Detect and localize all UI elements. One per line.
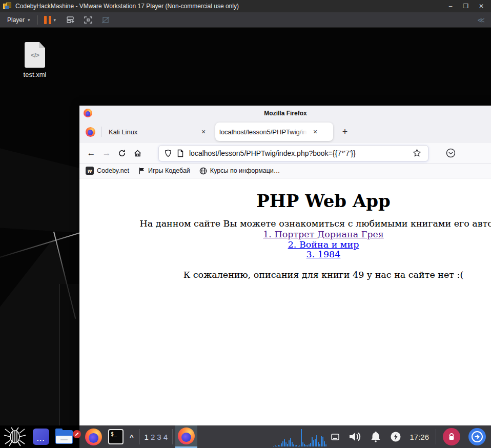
xml-file-icon: </> (25, 42, 45, 68)
text-editor-button[interactable] (76, 425, 82, 448)
firefox-icon (86, 127, 95, 137)
kali-menu-button[interactable] (0, 425, 30, 448)
codeby-favicon: w (86, 167, 94, 175)
vmware-window-title: CodebyHackMashine - VMware Workstation 1… (15, 3, 239, 10)
workspace-3[interactable]: 3 (157, 433, 161, 441)
new-tab-button[interactable]: + (337, 124, 353, 139)
firefox-window-title: Mozilla Firefox (264, 110, 306, 117)
navigation-toolbar: ← → localhost/lesson5/PHPTwig/index.php?… (79, 143, 491, 164)
fullscreen-button[interactable] (83, 15, 94, 25)
firefox-launcher-button[interactable] (82, 425, 105, 448)
firefox-icon (85, 429, 102, 445)
globe-icon (199, 167, 207, 175)
firefox-task-button-active[interactable] (175, 425, 197, 448)
taskbar-divider (436, 429, 436, 444)
vmware-window-controls: – ❒ ✕ (444, 2, 488, 11)
firefox-view-button[interactable] (83, 124, 98, 139)
bookmark-codeby[interactable]: w Codeby.net (86, 167, 129, 175)
workspace-4[interactable]: 4 (163, 433, 168, 441)
pocket-save-icon[interactable] (443, 146, 458, 161)
page-title: PHP Web App (79, 191, 491, 211)
shield-icon[interactable] (164, 149, 172, 157)
volume-icon[interactable] (344, 425, 365, 448)
firefox-icon (84, 109, 92, 117)
intro-text: На данном сайте Вы можете ознакомиться с… (79, 218, 491, 229)
page-info-icon[interactable] (177, 149, 184, 157)
screen-lock-button[interactable] (439, 425, 464, 448)
notification-bell-icon[interactable] (365, 425, 386, 448)
player-menu-button[interactable]: Player ▾ (4, 15, 33, 25)
workspace-1[interactable]: 1 (145, 433, 149, 441)
minimize-button[interactable]: – (444, 2, 457, 11)
bookmark-label: Курсы по информаци… (210, 167, 280, 174)
bookmarks-toolbar: w Codeby.net Игры Кодебай Курсы по инфор… (79, 164, 491, 178)
tab-kali-linux[interactable]: Kali Linux × (105, 123, 213, 141)
back-button[interactable]: ← (84, 146, 99, 161)
page-content: PHP Web App На данном сайте Вы можете оз… (79, 178, 491, 448)
tab-close-button[interactable]: × (198, 126, 209, 137)
caret-down-icon: ▾ (28, 17, 30, 23)
desktop-icon-test-xml[interactable]: </> test.xml (17, 42, 52, 78)
bookmark-label: Игры Кодебай (148, 167, 190, 174)
suspend-vm-button[interactable]: ▾ (42, 16, 58, 24)
taskbar-divider (139, 429, 140, 444)
kali-dragon-icon (3, 427, 27, 446)
taskbar-left: ··· $_ ^ 1 2 3 4 (0, 425, 197, 448)
bookmark-label: Codeby.net (97, 167, 129, 174)
workspace-switcher[interactable]: 1 2 3 4 (142, 433, 170, 441)
app-grid-icon: ··· (33, 429, 49, 445)
vmware-titlebar: CodebyHackMashine - VMware Workstation 1… (0, 0, 491, 12)
forward-button: → (99, 146, 114, 161)
power-manager-icon[interactable] (386, 425, 405, 448)
taskbar: ··· $_ ^ 1 2 3 4 (0, 425, 491, 448)
player-menu-label: Player (7, 16, 25, 24)
unity-mode-button-disabled (100, 15, 111, 25)
network-graph[interactable] (273, 427, 326, 446)
bookmark-games[interactable]: Игры Кодебай (138, 167, 190, 175)
tab-divider (101, 127, 101, 137)
lock-icon (443, 428, 460, 445)
book-links: 1. Портрет Дориана Грея 2. Война и мир 3… (79, 230, 491, 260)
toolbar-divider (37, 15, 38, 25)
reload-button[interactable] (114, 146, 130, 161)
taskbar-tray: 17:26 (273, 425, 491, 448)
collapse-toolbar-button[interactable]: ≪ (477, 16, 487, 24)
terminal-icon: $_ (108, 429, 124, 444)
desktop-icon-label: test.xml (24, 71, 47, 78)
url-bar[interactable]: localhost/lesson5/PHPTwig/index.php?book… (158, 145, 428, 161)
chevron-up-icon[interactable]: ^ (127, 433, 137, 441)
folder-icon (55, 430, 73, 444)
url-input[interactable]: localhost/lesson5/PHPTwig/index.php?book… (189, 149, 411, 157)
terminal-button[interactable]: $_ (105, 425, 127, 448)
arrow-right-circle-icon (468, 428, 486, 445)
vm-screen: CodebyHackMashine - VMware Workstation 1… (0, 0, 491, 448)
display-settings-icon[interactable] (326, 425, 344, 448)
code-glyph: </> (31, 51, 39, 59)
close-button[interactable]: ✕ (475, 2, 488, 11)
clock[interactable]: 17:26 (405, 433, 433, 441)
send-ctrl-alt-del-button[interactable] (65, 15, 76, 25)
app-menu-button[interactable]: ··· (30, 425, 52, 448)
firefox-window: Mozilla Firefox Kali Linux × localhost/l… (79, 106, 491, 448)
vmware-logo-icon (3, 3, 12, 10)
home-button[interactable] (130, 146, 145, 161)
book-link-3[interactable]: 3. 1984 (79, 250, 491, 260)
whisker-session-button[interactable] (464, 425, 491, 448)
pause-icon (44, 16, 51, 24)
bookmark-courses[interactable]: Курсы по информаци… (199, 167, 280, 175)
tab-localhost-active[interactable]: localhost/lesson5/PHPTwig/index.php?book… (215, 123, 333, 141)
maximize-button[interactable]: ❒ (459, 2, 473, 11)
edit-pencil-badge (73, 430, 81, 438)
workspace-2[interactable]: 2 (151, 433, 155, 441)
firefox-icon (178, 427, 195, 444)
file-manager-button[interactable] (52, 425, 76, 448)
tab-close-button[interactable]: × (310, 126, 321, 137)
book-link-1[interactable]: 1. Портрет Дориана Грея (79, 230, 491, 240)
tab-title: Kali Linux (109, 128, 198, 136)
vmware-tool-icons (65, 15, 111, 25)
not-found-message: К сожалению, описания для книги 49 у нас… (79, 270, 491, 280)
vmware-toolbar: Player ▾ ▾ ≪ (0, 12, 491, 28)
book-link-2[interactable]: 2. Война и мир (79, 240, 491, 250)
kali-desktop: </> test.xml Mozilla Firefox Kali Linux … (0, 28, 491, 448)
bookmark-star-icon[interactable] (411, 147, 423, 159)
